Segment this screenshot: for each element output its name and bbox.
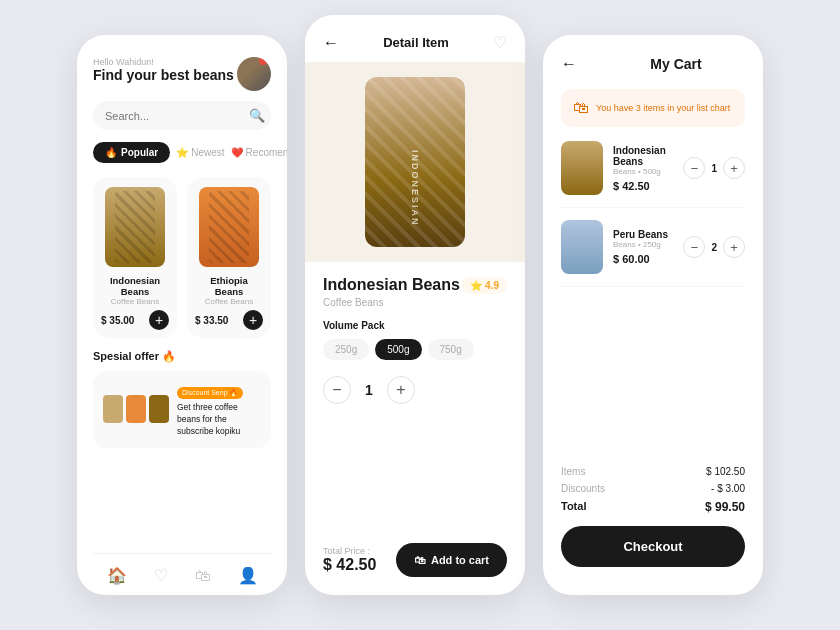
cart-item-indonesian: Indonesian Beans Beans • 500g $ 42.50 − … <box>561 141 745 208</box>
search-bar[interactable]: 🔍 <box>93 101 271 130</box>
bag-icon: 🛍 <box>573 99 589 117</box>
discounts-value: - $ 3.00 <box>711 483 745 494</box>
detail-footer: Total Price : $ 42.50 🛍 Add to cart <box>305 533 525 595</box>
cart-header: ← My Cart <box>561 55 745 73</box>
total-price-label: Total Price : <box>323 546 376 556</box>
favorite-button[interactable]: ♡ <box>493 33 507 52</box>
nav-favorites-icon[interactable]: ♡ <box>154 566 168 585</box>
special-offer-card[interactable]: Discount Senp 🔥 Get three coffee beans f… <box>93 371 271 448</box>
filter-tabs: 🔥 Popular ⭐ Newest ❤️ Recomend <box>93 142 271 163</box>
volume-750g[interactable]: 750g <box>428 339 474 360</box>
cart-item-image-2 <box>561 220 603 274</box>
search-input[interactable] <box>105 110 243 122</box>
volume-options: 250g 500g 750g <box>323 339 507 360</box>
user-info: Hello Wahidun! Find your best beans <box>93 57 234 84</box>
discounts-label: Discounts <box>561 483 605 494</box>
product-name: Indonesian Beans <box>323 276 460 294</box>
add-to-cart-label: Add to cart <box>431 554 489 566</box>
volume-500g[interactable]: 500g <box>375 339 421 360</box>
cart-alert-banner: 🛍 You have 3 items in your list chart <box>561 89 745 127</box>
offer-img-3 <box>149 395 169 423</box>
back-button[interactable]: ← <box>323 34 339 52</box>
summary-discounts-row: Discounts - $ 3.00 <box>561 483 745 494</box>
tab-popular[interactable]: 🔥 Popular <box>93 142 170 163</box>
cart-item-info-2: Peru Beans Beans • 250g $ 60.00 <box>613 229 673 265</box>
bottom-navigation: 🏠 ♡ 🛍 👤 <box>93 553 271 595</box>
offer-images <box>103 395 169 423</box>
cart-screen-title: My Cart <box>607 56 745 72</box>
cart-decrease-button[interactable]: − <box>683 157 705 179</box>
total-value: $ 99.50 <box>705 500 745 514</box>
detail-screen-title: Detail Item <box>383 35 449 50</box>
total-label: Total <box>561 500 586 514</box>
quantity-value: 1 <box>365 382 373 398</box>
cart-item-meta: Beans • 250g <box>613 240 673 249</box>
cart-qty-control-2: − 2 + <box>683 236 745 258</box>
back-button[interactable]: ← <box>561 55 577 73</box>
cart-item-meta: Beans • 500g <box>613 167 673 176</box>
product-name: Ethiopia Beans <box>195 275 263 297</box>
quantity-row: − 1 + <box>323 376 507 404</box>
heart-icon: ❤️ <box>231 147 243 158</box>
add-to-cart-button[interactable]: + <box>149 310 169 330</box>
cart-item-price: $ 42.50 <box>613 180 673 192</box>
cart-qty-control-1: − 1 + <box>683 157 745 179</box>
cart-increase-button[interactable]: + <box>723 157 745 179</box>
detail-header: ← Detail Item ♡ <box>305 15 525 62</box>
product-card-ethiopia[interactable]: Ethiopia Beans Coffee Beans $ 33.50 + <box>187 177 271 338</box>
summary-items-row: Items $ 102.50 <box>561 466 745 477</box>
product-type: Coffee Beans <box>323 297 507 308</box>
offer-description: Get three coffee beans for the subscribe… <box>177 402 261 438</box>
nav-home-icon[interactable]: 🏠 <box>107 566 127 585</box>
total-price-value: $ 42.50 <box>323 556 376 574</box>
product-price: $ 33.50 <box>195 315 228 326</box>
product-info: Indonesian Beans ⭐ 4.9 Coffee Beans Volu… <box>305 262 525 533</box>
cart-decrease-button[interactable]: − <box>683 236 705 258</box>
special-offer-label: Spesial offer 🔥 <box>93 350 271 363</box>
cart-qty-value: 1 <box>711 163 717 174</box>
cart-increase-button[interactable]: + <box>723 236 745 258</box>
quantity-increase-button[interactable]: + <box>387 376 415 404</box>
products-grid: Indonesian Beans Coffee Beans $ 35.00 + … <box>93 177 271 338</box>
checkout-button[interactable]: Checkout <box>561 526 745 567</box>
items-label: Items <box>561 466 585 477</box>
greeting-text: Hello Wahidun! <box>93 57 234 67</box>
cart-item-name: Peru Beans <box>613 229 673 240</box>
nav-profile-icon[interactable]: 👤 <box>238 566 258 585</box>
rating-value: 4.9 <box>485 280 499 291</box>
product-image-ethiopia <box>199 187 259 267</box>
product-name: Indonesian Beans <box>101 275 169 297</box>
cart-screen: ← My Cart 🛍 You have 3 items in your lis… <box>543 35 763 595</box>
nav-cart-icon[interactable]: 🛍 <box>195 567 211 585</box>
product-card-indonesian[interactable]: Indonesian Beans Coffee Beans $ 35.00 + <box>93 177 177 338</box>
tab-recommended[interactable]: ❤️ Recomend <box>231 147 287 158</box>
total-price-area: Total Price : $ 42.50 <box>323 546 376 574</box>
cart-alert-text: You have 3 items in your list chart <box>596 103 730 113</box>
bag-label: INDONESIAN <box>410 150 420 227</box>
add-to-cart-button[interactable]: + <box>243 310 263 330</box>
product-image-indonesian <box>105 187 165 267</box>
offer-text-area: Discount Senp 🔥 Get three coffee beans f… <box>177 381 261 438</box>
cart-item-name: Indonesian Beans <box>613 145 673 167</box>
avatar[interactable] <box>237 57 271 91</box>
add-to-cart-button[interactable]: 🛍 Add to cart <box>396 543 507 577</box>
quantity-decrease-button[interactable]: − <box>323 376 351 404</box>
star-icon: ⭐ <box>470 280 482 291</box>
card1-header: Hello Wahidun! Find your best beans <box>93 57 271 91</box>
product-name-row: Indonesian Beans ⭐ 4.9 <box>323 276 507 294</box>
search-icon: 🔍 <box>249 108 265 123</box>
items-value: $ 102.50 <box>706 466 745 477</box>
volume-250g[interactable]: 250g <box>323 339 369 360</box>
cart-qty-value: 2 <box>711 242 717 253</box>
cart-item-image-1 <box>561 141 603 195</box>
cart-item-peru: Peru Beans Beans • 250g $ 60.00 − 2 + <box>561 220 745 287</box>
product-price: $ 35.00 <box>101 315 134 326</box>
product-type: Coffee Beans <box>111 297 159 306</box>
detail-screen: ← Detail Item ♡ INDONESIAN Indonesian Be… <box>305 15 525 595</box>
cart-summary: Items $ 102.50 Discounts - $ 3.00 Total … <box>561 466 745 595</box>
offer-badge: Discount Senp 🔥 <box>177 387 243 399</box>
volume-pack-label: Volume Pack <box>323 320 507 331</box>
browse-screen: Hello Wahidun! Find your best beans 🔍 🔥 … <box>77 35 287 595</box>
summary-total-row: Total $ 99.50 <box>561 500 745 514</box>
tab-newest[interactable]: ⭐ Newest <box>176 147 224 158</box>
